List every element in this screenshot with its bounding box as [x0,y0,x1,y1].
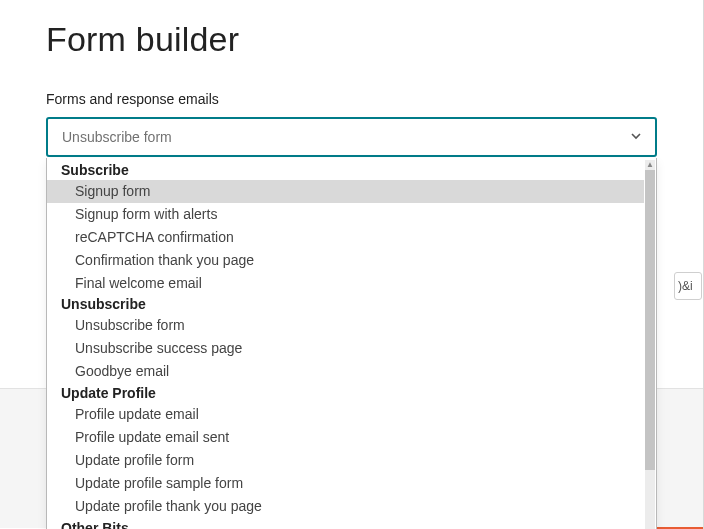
option-group-header: Unsubscribe [47,294,644,314]
dropdown-option[interactable]: Goodbye email [47,360,644,383]
dropdown-option[interactable]: Profile update email sent [47,426,644,449]
dropdown-option[interactable]: Final welcome email [47,272,644,295]
option-group-header: Other Bits [47,518,644,529]
scroll-up-arrow-icon[interactable]: ▲ [646,160,654,170]
option-group-header: Update Profile [47,383,644,403]
forms-select-value: Unsubscribe form [62,129,172,145]
partial-button-peek[interactable]: )&i [674,272,702,300]
dropdown-option[interactable]: Profile update email [47,403,644,426]
dropdown-option[interactable]: Update profile thank you page [47,495,644,518]
dropdown-option[interactable]: Confirmation thank you page [47,249,644,272]
forms-select[interactable]: Unsubscribe form [46,117,657,157]
dropdown-option[interactable]: Unsubscribe success page [47,337,644,360]
chevron-down-icon [631,131,641,143]
dropdown-option[interactable]: Signup form with alerts [47,203,644,226]
option-group-header: Subscribe [47,160,644,180]
section-label: Forms and response emails [46,91,657,107]
scrollbar-thumb[interactable] [645,170,655,470]
forms-dropdown: SubscribeSignup formSignup form with ale… [46,158,657,529]
dropdown-option[interactable]: Update profile form [47,449,644,472]
page-title: Form builder [46,20,657,59]
dropdown-option[interactable]: Signup form [47,180,644,203]
dropdown-option[interactable]: reCAPTCHA confirmation [47,226,644,249]
dropdown-option[interactable]: Update profile sample form [47,472,644,495]
dropdown-option[interactable]: Unsubscribe form [47,314,644,337]
